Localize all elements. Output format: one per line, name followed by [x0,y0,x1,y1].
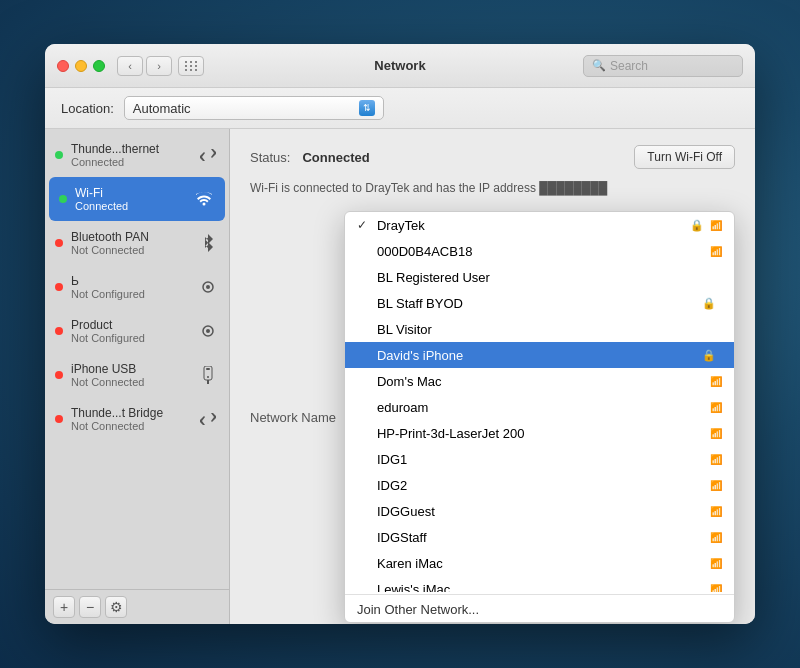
minimize-button[interactable] [75,60,87,72]
network-name-4: BL Visitor [377,322,716,337]
sidebar-item-status-bluetooth-pan: Not Connected [71,244,189,256]
traffic-lights [57,60,105,72]
sidebar-item-text-product: ProductNot Configured [71,318,189,344]
network-item-10[interactable]: IDG2📶 [345,472,734,498]
network-item-8[interactable]: HP-Print-3d-LaserJet 200📶 [345,420,734,446]
network-name-8: HP-Print-3d-LaserJet 200 [377,426,704,441]
sidebar-list: Thunde...thernetConnectedWi-FiConnectedB… [45,129,229,589]
network-item-12[interactable]: IDGStaff📶 [345,524,734,550]
wifi-icon-7: 📶 [710,402,722,413]
gear-button[interactable]: ⚙ [105,596,127,618]
sidebar-item-text-bluetooth-pan: Bluetooth PANNot Connected [71,230,189,256]
wifi-icon-10: 📶 [710,480,722,491]
network-item-0[interactable]: ✓DrayTek🔒📶 [345,212,734,238]
nav-buttons: ‹ › [117,56,172,76]
network-item-14[interactable]: Lewis's iMac📶 [345,576,734,592]
sidebar-item-thunderbolt-ethernet[interactable]: Thunde...thernetConnected [45,133,229,177]
dropdown-scroll[interactable]: ✓DrayTek🔒📶000D0B4ACB18📶BL Registered Use… [345,212,734,592]
location-toolbar: Location: Automatic ⇅ [45,88,755,129]
status-dot-thunderbolt-bridge [55,415,63,423]
wifi-icon-14: 📶 [710,584,722,593]
sidebar-item-icon-wifi [193,188,215,210]
turn-wifi-button[interactable]: Turn Wi-Fi Off [634,145,735,169]
network-item-13[interactable]: Karen iMac📶 [345,550,734,576]
network-item-2[interactable]: BL Registered User [345,264,734,290]
network-item-4[interactable]: BL Visitor [345,316,734,342]
status-dot-bluetooth-pan [55,239,63,247]
svg-point-3 [206,329,210,333]
network-preferences-window: ‹ › Network 🔍 Search Location: Automatic… [45,44,755,624]
sidebar-item-icon-bluetooth-pan [197,232,219,254]
sidebar-item-icon-thunderbolt-bridge [197,408,219,430]
status-value: Connected [302,150,369,165]
lock-icon-0: 🔒 [690,219,704,232]
forward-button[interactable]: › [146,56,172,76]
status-row: Status: Connected Turn Wi-Fi Off [250,145,735,169]
network-check-0: ✓ [357,218,371,232]
location-value: Automatic [133,101,191,116]
network-name-5: David's iPhone [377,348,696,363]
sidebar-item-status-thunderbolt-bridge-2: Not Configured [71,288,189,300]
sidebar-item-icon-iphone-usb [197,364,219,386]
sidebar-item-product[interactable]: ProductNot Configured [45,309,229,353]
sidebar-item-name-thunderbolt-bridge-2: Ь [71,274,189,288]
wifi-icon-9: 📶 [710,454,722,465]
svg-rect-5 [206,368,210,370]
network-name-11: IDGGuest [377,504,704,519]
location-select[interactable]: Automatic ⇅ [124,96,384,120]
network-dropdown-container: ✓DrayTek🔒📶000D0B4ACB18📶BL Registered Use… [344,211,735,623]
sidebar-item-name-thunderbolt-bridge: Thunde...t Bridge [71,406,189,420]
lock-icon-3: 🔒 [702,297,716,310]
remove-network-button[interactable]: − [79,596,101,618]
network-dropdown[interactable]: ✓DrayTek🔒📶000D0B4ACB18📶BL Registered Use… [344,211,735,623]
sidebar-item-wifi[interactable]: Wi-FiConnected [49,177,225,221]
main-content: Thunde...thernetConnectedWi-FiConnectedB… [45,129,755,624]
sidebar-item-iphone-usb[interactable]: iPhone USBNot Connected [45,353,229,397]
sidebar-item-bluetooth-pan[interactable]: Bluetooth PANNot Connected [45,221,229,265]
content-area: Status: Connected Turn Wi-Fi Off Wi-Fi i… [230,129,755,624]
back-button[interactable]: ‹ [117,56,143,76]
network-name-label: Network Name [250,410,336,425]
network-name-9: IDG1 [377,452,704,467]
network-name-14: Lewis's iMac [377,582,704,593]
network-item-5[interactable]: David's iPhone🔒 [345,342,734,368]
svg-point-1 [206,285,210,289]
sidebar-item-icon-thunderbolt-bridge-2 [197,276,219,298]
status-label: Status: [250,150,290,165]
network-item-1[interactable]: 000D0B4ACB18📶 [345,238,734,264]
wifi-icon-12: 📶 [710,532,722,543]
join-other-network-item[interactable]: Join Other Network... [345,597,734,622]
sidebar-item-text-thunderbolt-bridge: Thunde...t BridgeNot Connected [71,406,189,432]
network-name-1: 000D0B4ACB18 [377,244,704,259]
wifi-info-text: Wi-Fi is connected to DrayTek and has th… [250,179,735,197]
network-item-9[interactable]: IDG1📶 [345,446,734,472]
sidebar: Thunde...thernetConnectedWi-FiConnectedB… [45,129,230,624]
network-item-3[interactable]: BL Staff BYOD🔒 [345,290,734,316]
status-dot-wifi [59,195,67,203]
titlebar: ‹ › Network 🔍 Search [45,44,755,88]
network-name-10: IDG2 [377,478,704,493]
network-item-6[interactable]: Dom's Mac📶 [345,368,734,394]
location-arrow-icon: ⇅ [359,100,375,116]
status-dot-product [55,327,63,335]
close-button[interactable] [57,60,69,72]
network-item-7[interactable]: eduroam📶 [345,394,734,420]
maximize-button[interactable] [93,60,105,72]
network-name-6: Dom's Mac [377,374,704,389]
network-item-11[interactable]: IDGGuest📶 [345,498,734,524]
apps-grid-button[interactable] [178,56,204,76]
wifi-icon-8: 📶 [710,428,722,439]
sidebar-item-thunderbolt-bridge-2[interactable]: ЬNot Configured [45,265,229,309]
search-bar[interactable]: 🔍 Search [583,55,743,77]
sidebar-item-name-wifi: Wi-Fi [75,186,185,200]
sidebar-item-status-product: Not Configured [71,332,189,344]
sidebar-item-thunderbolt-bridge[interactable]: Thunde...t BridgeNot Connected [45,397,229,441]
sidebar-item-text-wifi: Wi-FiConnected [75,186,185,212]
add-network-button[interactable]: + [53,596,75,618]
sidebar-item-text-thunderbolt-ethernet: Thunde...thernetConnected [71,142,189,168]
network-name-13: Karen iMac [377,556,704,571]
sidebar-item-text-iphone-usb: iPhone USBNot Connected [71,362,189,388]
status-dot-thunderbolt-bridge-2 [55,283,63,291]
sidebar-item-status-iphone-usb: Not Connected [71,376,189,388]
network-name-2: BL Registered User [377,270,722,285]
